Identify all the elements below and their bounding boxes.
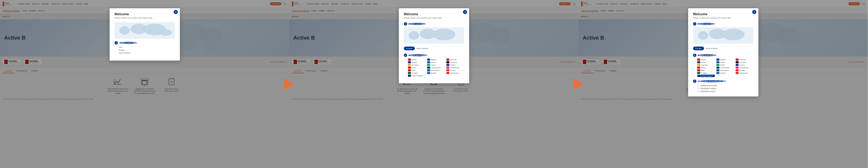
country-luxembourg[interactable]: Luxembourg [446, 67, 464, 69]
panels-wrapper: AEGON Asset Management Investor Portal A… [0, 0, 868, 168]
modal-overlay-3: ✕ Welcome Please confirm your location a… [579, 0, 868, 168]
country-finland[interactable]: Finland [408, 61, 426, 63]
modal-step1-title-1: 1 1. Select your region [115, 41, 175, 45]
country-portugal[interactable]: Portugal [408, 72, 426, 74]
country-guernsey[interactable]: Guernsey [408, 64, 426, 66]
modal-1: ✕ Welcome Please confirm your location a… [110, 8, 180, 60]
modal-2: ✕ Welcome Please confirm your location a… [399, 8, 469, 83]
country-germany[interactable]: Germany [446, 61, 464, 63]
country-norway[interactable]: Norway [446, 69, 464, 71]
country-norway[interactable]: Norway [736, 69, 753, 71]
country-belgium[interactable]: Belgium [427, 58, 445, 60]
country-sweden[interactable]: Sweden [716, 72, 734, 74]
country-grid-3: AustriaBelgiumDenmarkFinlandFranceGerman… [697, 58, 753, 77]
country-ireland[interactable]: Ireland [716, 64, 734, 66]
svg-point-55 [698, 32, 708, 40]
country-united-kingdom[interactable]: United Kingdom [408, 75, 426, 77]
arrow-2 [566, 0, 591, 168]
country-switzerland[interactable]: Switzerland [446, 72, 464, 74]
modal-title-2: Welcome [404, 12, 464, 16]
region-asia-1[interactable]: Asia [119, 46, 175, 48]
svg-point-37 [409, 32, 419, 40]
country-liechtenstein[interactable]: Liechtenstein [427, 67, 445, 69]
country-united-kingdom[interactable]: United Kingdom [697, 75, 715, 77]
orange-arrow-1 [284, 78, 294, 90]
country-switzerland[interactable]: Switzerland [736, 72, 753, 74]
region-list-1: Asia Europe North America [119, 46, 175, 54]
country-malta[interactable]: Malta [408, 69, 426, 71]
investor-types-3: Institutional InvestorWholesale Investor… [697, 85, 753, 92]
svg-point-21 [160, 30, 172, 36]
modal-map-3 [693, 27, 753, 44]
modal-close-3[interactable]: ✕ [752, 10, 756, 14]
country-netherlands[interactable]: Netherlands [716, 69, 734, 71]
modal-title-3: Welcome [693, 12, 753, 16]
country-jersey[interactable]: Jersey [408, 67, 426, 69]
country-grid-2: AustriaBelgiumDenmarkFinlandFranceGerman… [408, 58, 464, 77]
europe-btn-2[interactable]: Europe [404, 47, 415, 50]
panel-2: AEGON Asset Management Investor Portal A… [289, 0, 579, 168]
panel-1: AEGON Asset Management Investor Portal A… [0, 0, 289, 168]
modal-map-1 [115, 22, 175, 39]
modal-subtitle-2: Please confirm your location and investo… [404, 17, 464, 19]
country-denmark[interactable]: Denmark [446, 58, 464, 60]
country-jersey[interactable]: Jersey [697, 67, 715, 69]
modal-step1-title-2: 11. Select your region [404, 22, 464, 26]
panel-3: AEGON Asset Management Investor Portal A… [579, 0, 868, 168]
country-germany[interactable]: Germany [736, 61, 753, 63]
country-malta[interactable]: Malta [697, 69, 715, 71]
country-portugal[interactable]: Portugal [697, 72, 715, 74]
investor-type-institutional-investor[interactable]: Institutional Investor [697, 85, 753, 87]
modal-step1-title-3: 11. Select your region [693, 22, 753, 26]
modal-close-2[interactable]: ✕ [463, 10, 467, 14]
modal-step3-title-3: 33. What type of investor are you? [693, 80, 753, 83]
country-luxembourg[interactable]: Luxembourg [736, 67, 753, 69]
country-france[interactable]: France [716, 61, 734, 63]
arrow-1 [277, 0, 302, 168]
country-netherlands[interactable]: Netherlands [427, 69, 445, 71]
country-ireland[interactable]: Ireland [427, 64, 445, 66]
country-iceland[interactable]: Iceland [736, 64, 753, 66]
country-belgium[interactable]: Belgium [716, 58, 734, 60]
region-europe-1[interactable]: Europe [119, 49, 175, 51]
europe-btn-3[interactable]: Europe [693, 47, 704, 50]
modal-3: ✕ Welcome Please confirm your location a… [688, 8, 758, 96]
svg-point-39 [433, 29, 455, 40]
modal-overlay-2: ✕ Welcome Please confirm your location a… [289, 0, 579, 168]
modal-close-1[interactable]: ✕ [174, 10, 178, 14]
modal-subtitle-1: Please confirm your location and investo… [115, 17, 175, 19]
svg-point-57 [722, 29, 744, 40]
country-liechtenstein[interactable]: Liechtenstein [716, 67, 734, 69]
country-sweden[interactable]: Sweden [427, 72, 445, 74]
country-austria[interactable]: Austria [697, 58, 715, 60]
modal-map-2 [404, 27, 464, 44]
country-iceland[interactable]: Iceland [446, 64, 464, 66]
radio-circle [697, 90, 699, 92]
modal-title-1: Welcome [115, 12, 175, 16]
svg-point-18 [120, 27, 130, 35]
radio-circle [697, 85, 699, 87]
region-north-america-1[interactable]: North America [119, 52, 175, 54]
modal-step2-title-2: 22. Select your location [404, 54, 464, 57]
modal-overlay-1: ✕ Welcome Please confirm your location a… [0, 0, 289, 168]
modal-step2-title-3: 22. Select your location [693, 54, 753, 57]
country-guernsey[interactable]: Guernsey [697, 64, 715, 66]
country-finland[interactable]: Finland [697, 61, 715, 63]
radio-circle [697, 87, 699, 89]
country-denmark[interactable]: Denmark [736, 58, 753, 60]
investor-type-individual-investor[interactable]: Individual Investor [697, 90, 753, 92]
investor-type-wholesale-investor[interactable]: Wholesale Investor [697, 87, 753, 89]
modal-subtitle-3: Please confirm your location and investo… [693, 17, 753, 19]
orange-arrow-2 [574, 78, 584, 90]
country-austria[interactable]: Austria [408, 58, 426, 60]
country-france[interactable]: France [427, 61, 445, 63]
